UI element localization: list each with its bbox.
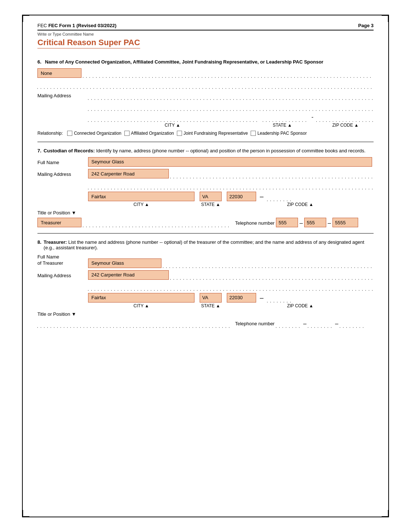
section7-fullname-row: Full Name Seymour Glass (37, 157, 374, 167)
divider-7-8 (37, 233, 374, 234)
joint-fundraising-label: Joint Fundraising Representative (183, 131, 248, 136)
tel-dash1-8: – (303, 321, 306, 328)
affiliated-org-label: Affiliated Organization (131, 131, 174, 136)
section6-mailing-line2 (88, 102, 374, 111)
section-8-header: 8. Treasurer: List the name and address … (37, 239, 374, 250)
checkbox-connected-org-box[interactable] (67, 131, 72, 136)
checkbox-joint-fundraising[interactable]: Joint Fundraising Representative (177, 131, 248, 136)
tel-dash2-7: – (328, 220, 331, 227)
section8-state-value: VA (200, 293, 222, 303)
section8-fullname-value: Seymour Glass (88, 258, 161, 268)
section7-fullname-value: Seymour Glass (88, 157, 372, 167)
section6-name-line2 (37, 80, 374, 89)
section7-tel-label: Telephone number (235, 220, 275, 227)
checkbox-joint-fundraising-box[interactable] (177, 131, 182, 136)
section7-state-value: VA (200, 192, 222, 201)
zip-dash-8: – (260, 294, 263, 303)
section-7-header: 7. Custodian of Records: Identify by nam… (37, 148, 374, 153)
section7-tel1: 555 (276, 218, 298, 227)
section8-title-tel-row: Telephone number – – (37, 319, 374, 328)
checkbox-connected-org[interactable]: Connected Organization (67, 131, 121, 136)
section8-title-position-label: Title or Position ▼ (37, 311, 374, 317)
relationship-row: Relationship: Connected Organization Aff… (37, 131, 374, 136)
section7-zip-value: 22030 (227, 192, 256, 201)
section7-city-value: Fairfax (88, 192, 194, 201)
section8-captions: CITY ▲ STATE ▲ ZIP CODE ▲ (88, 303, 374, 308)
section8-mailing-label: Mailing Address (37, 273, 85, 280)
checkbox-affiliated-org-box[interactable] (124, 131, 130, 136)
section7-city-state-zip: Fairfax VA 22030 – (88, 192, 374, 201)
page-container: FEC FEC Form 1 (Revised 03/2022) Page 3 … (22, 15, 389, 517)
relationship-label: Relationship: (37, 131, 63, 136)
section7-tel2: 555 (304, 218, 326, 227)
write-type-label: Write or Type Committee Name (37, 32, 374, 36)
checkbox-affiliated-org[interactable]: Affiliated Organization (124, 131, 174, 136)
tel-dash2-8: – (335, 321, 338, 328)
corner-br (382, 510, 389, 517)
committee-name: Critical Reason Super PAC (37, 38, 140, 48)
leadership-pac-label: Leadership PAC Sponsor (257, 131, 307, 136)
mailing-address-label-6: Mailing Address (37, 93, 85, 100)
section7-title-value: Treasurer (37, 218, 81, 227)
section8-tel-label: Telephone number (235, 321, 275, 328)
section7-title-tel-row: Treasurer Telephone number 555 – 555 – 5… (37, 218, 374, 227)
section7-mailing-line2 (88, 181, 374, 189)
zip-dash-7: – (260, 193, 263, 201)
section-8: 8. Treasurer: List the name and address … (37, 239, 374, 328)
section7-mailing-row1: Mailing Address 242 Carpenter Road (37, 169, 374, 178)
section7-captions: CITY ▲ STATE ▲ ZIP CODE ▲ (88, 202, 374, 207)
section8-zip-value: 22030 (227, 293, 256, 303)
tel-dash1-7: – (299, 220, 303, 227)
section7-title-position-label: Title or Position ▼ (37, 210, 374, 216)
section7-telephone-row: Telephone number 555 – 555 – 5555 (235, 218, 374, 227)
section7-mailing-label: Mailing Address (37, 171, 85, 178)
checkbox-leadership-pac[interactable]: Leadership PAC Sponsor (251, 131, 307, 136)
section7-tel3: 5555 (332, 218, 358, 227)
section7-fullname-label: Full Name (37, 160, 85, 167)
form-title: FEC FEC Form 1 (Revised 03/2022) (37, 23, 116, 28)
section8-city-value: Fairfax (88, 293, 194, 303)
section8-fullname-row: Full Nameof Treasurer Seymour Glass (37, 254, 374, 268)
section6-mailing-row: Mailing Address (37, 91, 374, 100)
section-7: 7. Custodian of Records: Identify by nam… (37, 148, 374, 227)
section6-captions: CITY ▲ STATE ▲ ZIP CODE ▲ (88, 123, 374, 128)
section6-city-state-zip: - (88, 113, 374, 122)
corner-tl (22, 15, 29, 22)
section6-name-row: None (37, 68, 374, 78)
section7-addr1-value: 242 Carpenter Road (88, 169, 169, 178)
corner-tr (382, 15, 389, 22)
section8-city-state-zip: Fairfax VA 22030 – (88, 293, 374, 303)
connected-org-label: Connected Organization (74, 131, 121, 136)
header: FEC FEC Form 1 (Revised 03/2022) Page 3 (37, 23, 374, 30)
section8-mailing-row1: Mailing Address 242 Carpenter Road (37, 270, 374, 280)
section-6-header: 6. Name of Any Connected Organization, A… (37, 59, 374, 65)
divider-6-7 (37, 142, 374, 142)
corner-bl (22, 510, 29, 517)
section8-telephone-row: Telephone number – – (235, 319, 374, 328)
page-number: Page 3 (358, 23, 374, 28)
section8-fullname-label: Full Nameof Treasurer (37, 254, 85, 268)
checkbox-leadership-pac-box[interactable] (251, 131, 256, 136)
section8-addr1-value: 242 Carpenter Road (88, 270, 169, 280)
section-6: 6. Name of Any Connected Organization, A… (37, 59, 374, 136)
section6-name-value: None (37, 68, 81, 78)
section8-mailing-line2 (88, 282, 374, 291)
